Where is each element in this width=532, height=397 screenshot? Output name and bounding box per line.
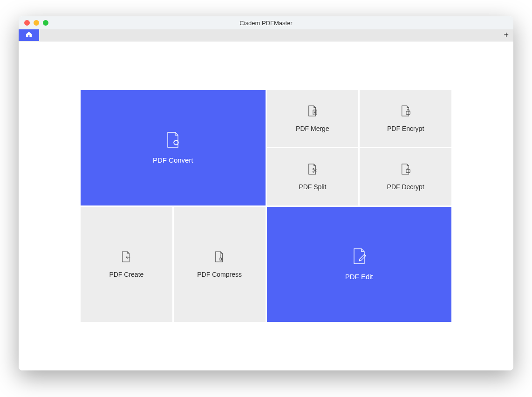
pdf-split-label: PDF Split [299,183,326,191]
add-tab-button[interactable]: + [504,29,509,41]
pdf-merge-tile[interactable]: PDF Merge [267,90,359,147]
plus-icon: + [504,30,509,40]
pdf-create-label: PDF Create [109,271,143,278]
pdf-encrypt-label: PDF Encrypt [387,125,424,132]
tools-grid: PDF Convert PDF Merge [81,90,451,322]
app-window: Cisdem PDFMaster + [19,16,513,370]
home-icon [25,31,33,40]
pdf-create-icon [121,251,131,264]
main-content: PDF Convert PDF Merge [19,41,513,370]
pdf-split-icon [307,163,318,177]
pdf-compress-label: PDF Compress [197,271,242,278]
pdf-create-tile[interactable]: PDF Create [81,207,172,322]
close-window-button[interactable] [24,20,30,26]
pdf-merge-icon [307,105,318,118]
titlebar: Cisdem PDFMaster [19,16,513,29]
home-tab[interactable] [19,29,39,41]
pdf-split-tile[interactable]: PDF Split [267,148,359,205]
pdf-edit-icon [352,248,366,266]
tab-bar: + [19,29,513,41]
svg-rect-6 [220,258,222,260]
pdf-decrypt-tile[interactable]: PDF Decrypt [360,148,451,205]
pdf-merge-label: PDF Merge [296,125,329,132]
pdf-decrypt-icon [401,163,411,177]
pdf-convert-tile[interactable]: PDF Convert [81,90,266,205]
pdf-decrypt-label: PDF Decrypt [387,183,424,191]
pdf-edit-tile[interactable]: PDF Edit [267,207,452,322]
pdf-encrypt-icon [401,105,411,118]
minimize-window-button[interactable] [34,20,39,26]
pdf-edit-label: PDF Edit [345,273,373,281]
pdf-convert-label: PDF Convert [153,156,193,164]
pdf-convert-icon [166,131,180,150]
window-controls [19,20,48,26]
pdf-compress-tile[interactable]: PDF Compress [174,207,266,322]
pdf-compress-icon [214,251,225,264]
svg-rect-5 [406,170,410,172]
maximize-window-button[interactable] [43,20,48,26]
pdf-encrypt-tile[interactable]: PDF Encrypt [360,90,451,147]
svg-rect-2 [406,111,410,114]
window-title: Cisdem PDFMaster [19,20,513,27]
